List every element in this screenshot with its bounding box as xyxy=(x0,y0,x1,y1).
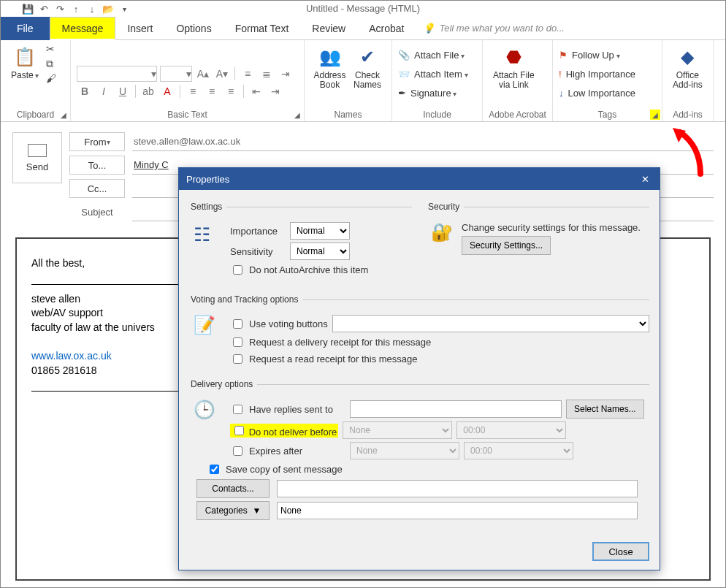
security-settings-button[interactable]: Security Settings... xyxy=(462,236,551,255)
close-button[interactable]: Close xyxy=(592,542,649,561)
numbering-icon[interactable]: ≣ xyxy=(259,66,275,82)
align-center-icon[interactable]: ≡ xyxy=(204,83,220,99)
paperclip-icon: 📎 xyxy=(398,50,410,61)
open-icon[interactable]: 📂 xyxy=(102,2,115,15)
follow-up-button[interactable]: ⚑Follow Up xyxy=(559,46,620,64)
align-left-icon[interactable]: ≡ xyxy=(185,83,201,99)
indent2-icon[interactable]: ⇥ xyxy=(267,83,283,99)
underline-icon[interactable]: U xyxy=(115,83,131,99)
tab-file[interactable]: File xyxy=(1,17,50,40)
qat-more-icon[interactable]: ▾ xyxy=(118,2,131,15)
basictext-launcher[interactable]: ◢ xyxy=(292,110,302,120)
dialog-title: Properties xyxy=(186,174,229,185)
from-button[interactable]: From xyxy=(69,132,125,151)
tab-message[interactable]: Message xyxy=(50,17,116,40)
font-box[interactable]: ▾ xyxy=(77,66,157,82)
clipboard-launcher[interactable]: ◢ xyxy=(58,110,69,120)
group-include: Include xyxy=(392,110,482,120)
indent-icon[interactable]: ⇥ xyxy=(278,66,294,82)
bold-icon[interactable]: B xyxy=(77,83,93,99)
attach-item-button[interactable]: 📨Attach Item xyxy=(398,65,468,83)
office-addins-button[interactable]: ◆ Office Add-ins xyxy=(668,43,707,91)
group-tags: Tags xyxy=(553,110,662,120)
cc-button[interactable]: Cc... xyxy=(69,179,125,198)
expires-checkbox[interactable] xyxy=(233,446,242,456)
up-icon[interactable]: ↑ xyxy=(69,2,83,15)
expires-date-select: None xyxy=(350,442,459,459)
security-icon: 🔐 xyxy=(431,222,453,243)
high-importance-icon: ! xyxy=(559,69,562,80)
from-field[interactable]: steve.allen@law.ox.ac.uk xyxy=(132,132,714,151)
bullets-icon[interactable]: ≡ xyxy=(240,66,256,82)
sig-link[interactable]: www.law.ox.ac.uk xyxy=(31,350,112,362)
autoarchive-label: Do not AutoArchive this item xyxy=(249,264,368,275)
save-copy-checkbox[interactable] xyxy=(210,465,219,474)
do-not-deliver-checkbox[interactable] xyxy=(234,426,244,435)
security-text: Change security settings for this messag… xyxy=(462,222,641,233)
send-button[interactable]: Send xyxy=(12,132,62,183)
voting-icon: 📝 xyxy=(194,315,215,335)
tab-options[interactable]: Options xyxy=(164,17,223,40)
redo-icon[interactable]: ↷ xyxy=(53,2,66,15)
contacts-input[interactable] xyxy=(277,480,638,497)
down-icon[interactable]: ↓ xyxy=(85,2,99,15)
delivery-receipt-label: Request a delivery receipt for this mess… xyxy=(249,337,431,348)
dialog-close-icon[interactable]: ✕ xyxy=(638,172,652,186)
grow-font-icon[interactable]: A▴ xyxy=(195,66,211,82)
adobe-attach-button[interactable]: ⬣ Attach File via Link xyxy=(489,43,539,91)
tab-insert[interactable]: Insert xyxy=(115,17,164,40)
tab-acrobat[interactable]: Acrobat xyxy=(357,17,416,40)
low-importance-button[interactable]: ↓Low Importance xyxy=(559,84,635,102)
have-replies-checkbox[interactable] xyxy=(233,405,242,414)
font-size-box[interactable]: ▾ xyxy=(160,66,192,82)
undo-icon[interactable]: ↶ xyxy=(37,2,50,15)
autoarchive-checkbox[interactable] xyxy=(233,265,242,275)
outdent-icon[interactable]: ⇤ xyxy=(248,83,264,99)
select-names-button[interactable]: Select Names... xyxy=(566,400,644,419)
tab-review[interactable]: Review xyxy=(300,17,357,40)
align-right-icon[interactable]: ≡ xyxy=(223,83,239,99)
save-icon[interactable]: 💾 xyxy=(21,2,34,15)
high-importance-button[interactable]: !High Importance xyxy=(559,65,635,83)
delivery-receipt-checkbox[interactable] xyxy=(233,337,242,347)
to-button[interactable]: To... xyxy=(69,156,125,175)
font-color-icon[interactable]: A xyxy=(159,83,175,99)
address-book-button[interactable]: 👥 Address Book xyxy=(310,43,349,91)
have-replies-input[interactable] xyxy=(350,400,562,418)
highlight-icon[interactable]: ab xyxy=(140,83,156,99)
cut-icon[interactable]: ✂ xyxy=(46,43,56,56)
attach-item-icon: 📨 xyxy=(398,69,410,80)
signature-button[interactable]: ✒Signature xyxy=(398,84,456,102)
sensitivity-label: Sensitivity xyxy=(230,246,283,257)
categories-button[interactable]: Categories ▼ xyxy=(196,501,270,520)
signature-icon: ✒ xyxy=(398,88,406,99)
shrink-font-icon[interactable]: A▾ xyxy=(214,66,230,82)
importance-label: Importance xyxy=(230,226,283,237)
sensitivity-select[interactable]: Normal xyxy=(290,243,350,260)
check-names-button[interactable]: ✔ Check Names xyxy=(349,43,386,91)
security-legend: Security xyxy=(427,202,464,212)
importance-select[interactable]: Normal xyxy=(290,222,350,240)
read-receipt-checkbox[interactable] xyxy=(233,354,242,364)
italic-icon[interactable]: I xyxy=(96,83,112,99)
expires-label: Expires after xyxy=(249,446,345,457)
flag-icon: ⚑ xyxy=(559,50,568,61)
settings-legend: Settings xyxy=(189,202,226,212)
categories-input[interactable] xyxy=(277,502,638,519)
voting-select[interactable] xyxy=(332,315,649,332)
tell-me[interactable]: 💡 Tell me what you want to do... xyxy=(423,23,565,34)
voting-checkbox[interactable] xyxy=(233,319,242,329)
tags-launcher[interactable]: ◢ xyxy=(650,110,660,120)
do-not-deliver-label: Do not deliver before xyxy=(249,427,337,438)
paste-button[interactable]: 📋 Paste xyxy=(7,43,43,82)
paste-icon: 📋 xyxy=(12,45,37,69)
group-names: Names xyxy=(305,110,391,120)
properties-dialog: Properties ✕ Settings ☷ Importance Norma… xyxy=(178,167,660,570)
have-replies-label: Have replies sent to xyxy=(249,404,345,415)
contacts-button[interactable]: Contacts... xyxy=(196,479,270,498)
tab-format-text[interactable]: Format Text xyxy=(223,17,301,40)
read-receipt-label: Request a read receipt for this message xyxy=(249,354,418,364)
attach-file-button[interactable]: 📎Attach File xyxy=(398,46,465,64)
format-painter-icon[interactable]: 🖌 xyxy=(46,72,56,85)
copy-icon[interactable]: ⧉ xyxy=(46,58,56,71)
